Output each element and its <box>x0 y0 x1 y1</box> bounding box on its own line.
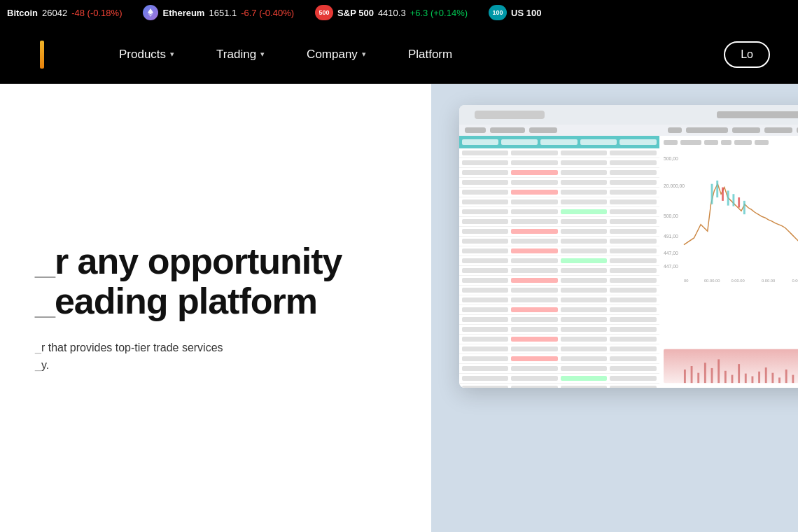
nav-item-trading[interactable]: Trading ▾ <box>195 42 286 67</box>
svg-text:500,00: 500,00 <box>664 156 678 161</box>
chart-label-5 <box>734 140 752 145</box>
table-row <box>459 188 659 197</box>
vol-bar-9 <box>738 364 740 383</box>
mockup-label-7 <box>764 127 792 133</box>
table-row <box>459 384 659 388</box>
hero-heading-prefix2: _ <box>35 281 55 321</box>
ticker-bar: Bitcoin 26042 -48 (-0.18%) Ethereum 1651… <box>0 0 798 25</box>
vol-bar-3 <box>697 373 699 383</box>
candle-1 <box>710 184 713 204</box>
nav-menu: Products ▾ Trading ▾ Company ▾ Platform <box>98 42 724 67</box>
ticker-item-eth: Ethereum 1651.1 -6.7 (-0.40%) <box>143 5 294 20</box>
svg-text:491,00: 491,00 <box>664 234 678 239</box>
trading-chevron-icon: ▾ <box>260 50 265 59</box>
mockup-label-6 <box>732 127 760 133</box>
vol-bar-11 <box>751 376 753 383</box>
mockup-table-header <box>459 136 659 148</box>
logo-bar-icon <box>40 41 44 69</box>
chart-label-6 <box>755 140 769 145</box>
platform-mockup: 500,00 20.000,00 500,00 491,00 447,00 44… <box>459 105 798 388</box>
ticker-eth-change: -6.7 (-0.40%) <box>241 8 294 18</box>
table-row <box>459 256 659 266</box>
table-row <box>459 237 659 246</box>
table-row <box>459 266 659 276</box>
table-row <box>459 178 659 188</box>
ticker-item-btc: Bitcoin 26042 -48 (-0.18%) <box>7 8 122 18</box>
login-button[interactable]: Lo <box>724 41 770 68</box>
candle-5 <box>732 194 734 206</box>
svg-text:500,00: 500,00 <box>664 214 678 218</box>
ticker-eth-name: Ethereum <box>162 8 204 18</box>
vol-bar-8 <box>731 375 733 384</box>
table-row <box>459 197 659 207</box>
candle-7 <box>743 201 745 214</box>
hero-subtext: _r that provides top-tier trade services… <box>35 339 329 374</box>
vol-bar-7 <box>724 371 726 383</box>
chart-label-3 <box>704 140 718 145</box>
mockup-search-bar-blur <box>475 111 545 119</box>
table-row <box>459 315 659 325</box>
products-chevron-icon: ▾ <box>170 50 174 59</box>
mockup-table <box>459 136 659 388</box>
mockup-label-4 <box>668 127 682 133</box>
ticker-sp500-name: S&P 500 <box>337 8 374 18</box>
ticker-sp500-change: +6.3 (+0.14%) <box>410 8 468 18</box>
mockup-label-2 <box>490 127 525 133</box>
table-row <box>459 344 659 354</box>
svg-text:447,00: 447,00 <box>664 264 678 269</box>
volume-chart-container <box>664 349 798 384</box>
nav-item-platform[interactable]: Platform <box>387 42 473 67</box>
mockup-labels <box>459 125 798 136</box>
svg-text:447,00: 447,00 <box>664 251 678 255</box>
table-row <box>459 246 659 256</box>
price-line <box>684 184 798 255</box>
vol-bar-2 <box>690 366 692 383</box>
nav-trading-label: Trading <box>216 48 256 62</box>
chart-labels-row <box>664 140 798 145</box>
nav-products-label: Products <box>119 48 166 62</box>
table-row <box>459 227 659 237</box>
ticker-btc-price: 26042 <box>42 8 67 18</box>
nav-item-products[interactable]: Products ▾ <box>98 42 195 67</box>
navbar: Products ▾ Trading ▾ Company ▾ Platform … <box>0 25 798 84</box>
hero-section: _r any opportunity _eading platform _r t… <box>0 84 798 532</box>
ticker-item-us100: 100 US 100 <box>489 5 541 20</box>
hero-left-panel: _r any opportunity _eading platform _r t… <box>0 84 431 532</box>
mockup-label-1 <box>465 127 486 133</box>
table-row <box>459 305 659 315</box>
mockup-chart-area: 500,00 20.000,00 500,00 491,00 447,00 44… <box>659 136 798 388</box>
vol-bar-5 <box>710 368 713 383</box>
table-row <box>459 364 659 374</box>
svg-text:00: 00 <box>684 279 688 283</box>
ticker-us100-badge: 100 <box>489 5 507 20</box>
ticker-eth-price: 1651.1 <box>209 8 237 18</box>
table-row <box>459 335 659 344</box>
table-row <box>459 286 659 295</box>
ticker-item-sp500: 500 S&P 500 4410.3 +6.3 (+0.14%) <box>315 5 468 20</box>
svg-text:0.00.00: 0.00.00 <box>762 279 775 283</box>
mockup-header <box>459 105 798 125</box>
nav-platform-label: Platform <box>408 48 452 62</box>
hero-heading-prefix1: _ <box>35 241 55 281</box>
hero-sub-prefix1: _ <box>35 342 41 354</box>
mockup-body: 500,00 20.000,00 500,00 491,00 447,00 44… <box>459 136 798 388</box>
mockup-title-blur <box>717 111 798 118</box>
candle-6 <box>738 197 740 207</box>
nav-logo[interactable] <box>28 37 56 72</box>
login-label: Lo <box>741 48 753 60</box>
line-chart-container: 500,00 20.000,00 500,00 491,00 447,00 44… <box>664 148 798 346</box>
table-row <box>459 148 659 158</box>
table-row <box>459 168 659 178</box>
nav-item-company[interactable]: Company ▾ <box>286 42 387 67</box>
vol-bar-6 <box>718 359 720 383</box>
ticker-sp500-price: 4410.3 <box>378 8 406 18</box>
vol-bar-13 <box>764 368 766 383</box>
table-row <box>459 295 659 305</box>
ticker-btc-change: -48 (-0.18%) <box>71 8 122 18</box>
svg-text:0.00.00: 0.00.00 <box>792 279 798 283</box>
chart-label-1 <box>664 140 678 145</box>
nav-company-label: Company <box>307 48 358 62</box>
chart-label-4 <box>721 140 732 145</box>
table-row <box>459 158 659 168</box>
vol-bar-17 <box>792 375 794 384</box>
